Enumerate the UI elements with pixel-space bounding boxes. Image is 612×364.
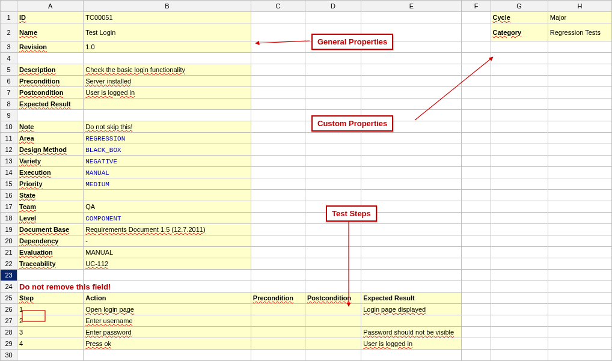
cell[interactable]: [251, 304, 305, 315]
row-header[interactable]: 13: [1, 156, 17, 167]
cell[interactable]: Expected Result: [17, 99, 84, 110]
cell[interactable]: [251, 133, 305, 144]
row-header[interactable]: 5: [1, 64, 17, 76]
cell[interactable]: [17, 350, 84, 361]
col-header[interactable]: B: [84, 1, 251, 12]
cell[interactable]: [361, 12, 462, 23]
cell[interactable]: [548, 201, 611, 213]
cell[interactable]: [305, 304, 361, 315]
row-header[interactable]: 23: [1, 270, 17, 281]
col-header[interactable]: D: [305, 1, 361, 12]
cell[interactable]: [305, 12, 361, 23]
cell[interactable]: Do not remove this field!: [17, 281, 84, 293]
cell[interactable]: [462, 64, 491, 76]
cell[interactable]: [361, 99, 462, 110]
cell[interactable]: [361, 270, 462, 281]
cell[interactable]: [251, 315, 305, 327]
cell[interactable]: Priority: [17, 178, 84, 190]
cell[interactable]: [491, 327, 548, 338]
cell[interactable]: Dependency: [17, 235, 84, 247]
cell[interactable]: [548, 121, 611, 133]
cell[interactable]: [251, 41, 305, 53]
cell[interactable]: Cycle: [491, 12, 548, 23]
cell[interactable]: [305, 99, 361, 110]
cell[interactable]: [17, 270, 84, 281]
cell[interactable]: [491, 338, 548, 350]
cell[interactable]: [361, 224, 462, 235]
col-header[interactable]: A: [17, 1, 84, 12]
cell[interactable]: [251, 247, 305, 258]
cell[interactable]: [491, 99, 548, 110]
cell[interactable]: [462, 23, 491, 41]
cell[interactable]: [251, 156, 305, 167]
cell[interactable]: COMPONENT: [84, 213, 251, 224]
cell[interactable]: Server installed: [84, 76, 251, 87]
cell[interactable]: [548, 64, 611, 76]
row-header[interactable]: 30: [1, 350, 17, 361]
cell[interactable]: MANUAL: [84, 247, 251, 258]
cell[interactable]: [305, 315, 361, 327]
cell[interactable]: [305, 167, 361, 178]
cell[interactable]: [462, 110, 491, 121]
cell[interactable]: [305, 327, 361, 338]
cell[interactable]: [491, 178, 548, 190]
cell[interactable]: [251, 121, 305, 133]
cell[interactable]: [251, 190, 305, 201]
cell[interactable]: Design Method: [17, 144, 84, 156]
cell[interactable]: [491, 156, 548, 167]
cell[interactable]: 2: [17, 315, 84, 327]
row-header[interactable]: 15: [1, 178, 17, 190]
cell[interactable]: [548, 304, 611, 315]
row-header[interactable]: 14: [1, 167, 17, 178]
cell[interactable]: [251, 64, 305, 76]
cell[interactable]: Traceability: [17, 258, 84, 270]
cell[interactable]: [548, 224, 611, 235]
cell[interactable]: [462, 201, 491, 213]
cell[interactable]: Test Login: [84, 23, 251, 41]
cell[interactable]: [548, 338, 611, 350]
cell[interactable]: [491, 258, 548, 270]
cell[interactable]: [548, 110, 611, 121]
row-header[interactable]: 16: [1, 190, 17, 201]
cell[interactable]: 4: [17, 338, 84, 350]
cell[interactable]: [251, 144, 305, 156]
cell[interactable]: [491, 41, 548, 53]
cell[interactable]: [361, 167, 462, 178]
cell[interactable]: Postcondition: [305, 293, 361, 304]
cell[interactable]: Login page displayed: [361, 304, 462, 315]
cell[interactable]: [305, 247, 361, 258]
cell[interactable]: [491, 235, 548, 247]
row-header[interactable]: 18: [1, 213, 17, 224]
cell[interactable]: Password should not be visible: [361, 327, 462, 338]
cell[interactable]: [548, 293, 611, 304]
cell[interactable]: [548, 327, 611, 338]
cell[interactable]: [361, 64, 462, 76]
cell[interactable]: [491, 270, 548, 281]
row-header[interactable]: 2: [1, 23, 17, 41]
cell[interactable]: [305, 281, 361, 293]
row-header[interactable]: 3: [1, 41, 17, 53]
cell[interactable]: Description: [17, 64, 84, 76]
cell[interactable]: Requirements Document 1.5 (12.7.2011): [84, 224, 251, 235]
cell[interactable]: [548, 144, 611, 156]
cell[interactable]: [361, 247, 462, 258]
cell[interactable]: [548, 281, 611, 293]
row-header[interactable]: 7: [1, 87, 17, 99]
cell[interactable]: Postcondition: [17, 87, 84, 99]
cell[interactable]: [251, 201, 305, 213]
cell[interactable]: User is logged in: [361, 338, 462, 350]
cell[interactable]: [462, 270, 491, 281]
cell[interactable]: [491, 293, 548, 304]
cell[interactable]: [491, 224, 548, 235]
cell[interactable]: [491, 87, 548, 99]
cell[interactable]: Variety: [17, 156, 84, 167]
cell[interactable]: [361, 156, 462, 167]
cell[interactable]: [491, 201, 548, 213]
cell[interactable]: Evaluation: [17, 247, 84, 258]
cell[interactable]: Team: [17, 201, 84, 213]
row-header[interactable]: 19: [1, 224, 17, 235]
cell[interactable]: [548, 350, 611, 361]
row-header[interactable]: 11: [1, 133, 17, 144]
cell[interactable]: REGRESSION: [84, 133, 251, 144]
cell[interactable]: [17, 53, 84, 64]
